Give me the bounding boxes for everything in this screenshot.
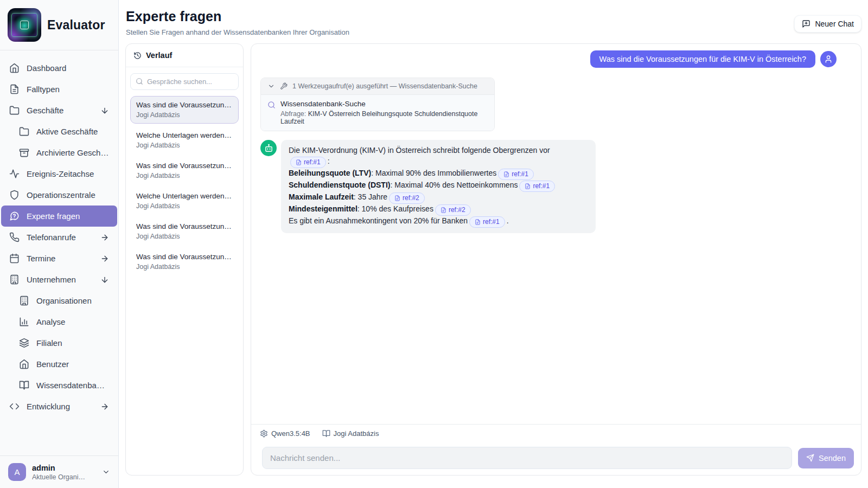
chat-panel: Was sind die Voraussetzungen für die KIM… xyxy=(251,43,861,476)
search-input[interactable] xyxy=(130,73,239,90)
search-icon xyxy=(267,101,276,109)
building-icon xyxy=(19,296,29,306)
send-button[interactable]: Senden xyxy=(798,448,854,468)
assistant-line-bold: Mindesteigenmittel xyxy=(289,204,358,213)
assistant-line: Es gibt ein Ausnahmekontingent von 20% f… xyxy=(289,216,588,228)
assistant-line-text: Es gibt ein Ausnahmekontingent von 20% f… xyxy=(289,216,468,225)
assistant-line-bold: Schuldendienstquote (DSTI) xyxy=(289,181,390,189)
new-chat-button[interactable]: Neuer Chat xyxy=(794,15,861,33)
ref-badge[interactable]: ref:#1 xyxy=(498,169,534,180)
sidebar-item-label: Operationszentrale xyxy=(27,190,109,200)
tool-query-text: KIM-V Österreich Beleihungsquote Schulde… xyxy=(280,110,477,125)
assistant-line-text: : Maximal 90% des Immobilienwertes xyxy=(371,169,496,177)
model-indicator: Qwen3.5:4B xyxy=(260,429,310,438)
history-item-title: Welche Unterlagen werden f… xyxy=(136,192,233,200)
tool-call-details: Wissensdatenbank-Suche Abfrage: KIM-V Ös… xyxy=(280,100,488,125)
sidebar-item-experte-fragen[interactable]: Experte fragen xyxy=(1,206,117,227)
arrow-right-icon xyxy=(100,254,109,263)
sidebar-item-aktive-geschafte[interactable]: Aktive Geschäfte xyxy=(1,121,117,142)
assistant-line: Beleihungsquote (LTV): Maximal 90% des I… xyxy=(289,168,588,180)
message-question-icon xyxy=(9,211,20,221)
history-item[interactable]: Welche Unterlagen werden f…Jogi Adatbázi… xyxy=(130,187,239,215)
tool-query-label: Abfrage: xyxy=(280,110,306,118)
assistant-line: Maximale Laufzeit: 35 Jahreref:#2 xyxy=(289,192,588,204)
ref-badge[interactable]: ref:#1 xyxy=(290,157,326,168)
history-item[interactable]: Was sind die Voraussetzung…Jogi Adatbázi… xyxy=(130,217,239,245)
ref-badge-label: ref:#1 xyxy=(533,182,550,191)
arrow-right-icon xyxy=(100,233,109,242)
sidebar-item-filialen[interactable]: Filialen xyxy=(1,332,117,354)
sidebar-item-label: Analyse xyxy=(36,317,109,326)
assistant-line-text: : 10% des Kaufpreises xyxy=(358,204,433,213)
history-item[interactable]: Was sind die Voraussetzung…Jogi Adatbázi… xyxy=(130,157,239,184)
ref-badge[interactable]: ref:#1 xyxy=(519,181,555,192)
assistant-line: Schuldendienstquote (DSTI): Maximal 40% … xyxy=(289,180,588,192)
sidebar-item-falltypen[interactable]: Falltypen xyxy=(1,79,117,100)
sidebar-item-label: Termine xyxy=(27,254,93,263)
sidebar-item-termine[interactable]: Termine xyxy=(1,248,117,269)
home-icon xyxy=(9,63,20,73)
history-item[interactable]: Was sind die Voraussetzung…Jogi Adatbázi… xyxy=(130,248,239,275)
book-icon xyxy=(322,429,330,438)
ref-badge[interactable]: ref:#2 xyxy=(435,204,471,216)
sidebar-item-wissensdatenbanken[interactable]: Wissensdatenbanken xyxy=(1,375,117,396)
sidebar-item-analyse[interactable]: Analyse xyxy=(1,311,117,332)
page-header: Experte fragen Stellen Sie Fragen anhand… xyxy=(125,9,861,36)
app-title: Evaluator xyxy=(47,18,105,33)
sidebar-item-benutzer[interactable]: Benutzer xyxy=(1,354,117,375)
history-header: Verlauf xyxy=(126,44,243,67)
assistant-line-text: : Maximal 40% des Nettoeinkommens xyxy=(390,181,518,189)
sidebar-item-organisationen[interactable]: Organisationen xyxy=(1,290,117,311)
history-item-subtitle: Jogi Adatbázis xyxy=(136,172,233,179)
history-list: Was sind die Voraussetzung…Jogi Adatbázi… xyxy=(126,92,243,279)
archive-icon xyxy=(19,147,29,158)
messages: Was sind die Voraussetzungen für die KIM… xyxy=(251,44,861,424)
ref-badge[interactable]: ref:#1 xyxy=(469,216,505,228)
history-item-subtitle: Jogi Adatbázis xyxy=(136,233,233,240)
tool-query: Abfrage: KIM-V Österreich Beleihungsquot… xyxy=(280,110,488,125)
history-item[interactable]: Was sind die Voraussetzung…Jogi Adatbázi… xyxy=(130,96,239,124)
history-item-title: Was sind die Voraussetzung… xyxy=(136,222,233,230)
sidebar-item-archivierte-geschafte[interactable]: Archivierte Geschäfte xyxy=(1,142,117,163)
tool-call-header[interactable]: 1 Werkzeugaufruf(e) ausgeführt — Wissens… xyxy=(261,78,494,95)
calendar-icon xyxy=(9,253,20,264)
message-input[interactable] xyxy=(262,447,792,469)
sidebar-item-geschafte[interactable]: Geschäfte xyxy=(1,100,117,121)
sidebar-item-label: Geschäfte xyxy=(27,106,93,115)
assistant-line-suffix: . xyxy=(507,216,509,225)
sidebar-item-ereignis-zeitachse[interactable]: Ereignis-Zeitachse xyxy=(1,163,117,184)
sidebar-item-label: Wissensdatenbanken xyxy=(36,381,109,390)
history-search-wrap xyxy=(126,67,243,92)
sidebar-item-entwicklung[interactable]: Entwicklung xyxy=(1,396,117,417)
file-ref-icon xyxy=(296,159,302,165)
folder-icon xyxy=(19,126,29,137)
file-text-icon xyxy=(9,84,20,94)
bot-icon xyxy=(264,144,273,153)
code-icon xyxy=(9,401,20,412)
phone-icon xyxy=(9,232,20,242)
sidebar-item-label: Organisationen xyxy=(36,296,109,305)
sidebar-item-dashboard[interactable]: Dashboard xyxy=(1,57,117,79)
file-ref-icon xyxy=(475,219,481,225)
app-logo xyxy=(8,8,41,42)
building-icon xyxy=(9,274,20,285)
page-title: Experte fragen xyxy=(126,9,861,24)
history-item-title: Was sind die Voraussetzung… xyxy=(136,162,233,170)
history-panel: Verlauf Was sind die Voraussetzung…Jogi … xyxy=(125,43,244,476)
tool-call-body: Wissensdatenbank-Suche Abfrage: KIM-V Ös… xyxy=(261,95,494,131)
activity-icon xyxy=(9,169,20,179)
app-brand: Evaluator xyxy=(0,0,118,50)
sidebar-item-label: Telefonanrufe xyxy=(27,233,93,242)
sidebar-item-label: Entwicklung xyxy=(27,402,93,411)
sidebar-item-operationszentrale[interactable]: Operationszentrale xyxy=(1,184,117,206)
sidebar-item-telefonanrufe[interactable]: Telefonanrufe xyxy=(1,227,117,248)
history-icon xyxy=(133,52,142,60)
ref-badge[interactable]: ref:#2 xyxy=(389,192,425,204)
file-ref-icon xyxy=(441,207,446,213)
history-item[interactable]: Welche Unterlagen werden f…Jogi Adatbázi… xyxy=(130,126,239,154)
shield-icon xyxy=(9,190,20,200)
sidebar-item-unternehmen[interactable]: Unternehmen xyxy=(1,269,117,290)
sidebar-item-label: Ereignis-Zeitachse xyxy=(27,169,109,178)
user-menu[interactable]: A admin Aktuelle Organi… xyxy=(0,455,118,488)
send-label: Senden xyxy=(819,454,846,463)
